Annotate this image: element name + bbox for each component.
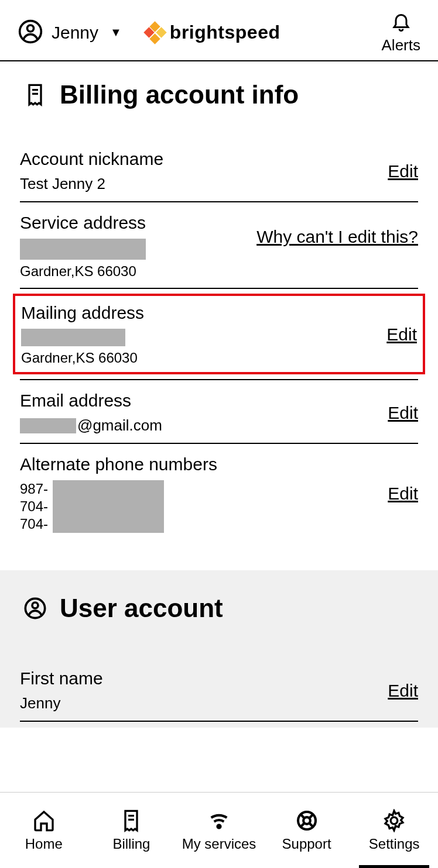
nav-settings[interactable]: Settings xyxy=(350,793,438,868)
alerts-button[interactable]: Alerts xyxy=(382,11,420,54)
user-avatar-icon xyxy=(18,19,43,47)
phones-redacted xyxy=(53,480,164,533)
chevron-down-icon: ▼ xyxy=(110,26,122,39)
user-name-label: Jenny xyxy=(52,23,98,43)
user-account-header: User account xyxy=(0,570,438,635)
phone-prefix-1: 987- xyxy=(20,480,48,498)
phones-label: Alternate phone numbers xyxy=(20,454,388,474)
nav-billing-label: Billing xyxy=(112,836,150,852)
user-account-title: User account xyxy=(60,594,223,623)
phone-prefix-2: 704- xyxy=(20,498,48,515)
nickname-edit-link[interactable]: Edit xyxy=(388,161,418,181)
bell-icon xyxy=(391,11,412,32)
user-menu[interactable]: Jenny ▼ xyxy=(18,19,122,47)
nickname-label: Account nickname xyxy=(20,149,388,169)
email-row: Email address @gmail.com Edit xyxy=(20,380,418,444)
mailing-address-redacted xyxy=(21,329,125,346)
mailing-address-row: Mailing address Gardner,KS 66030 Edit xyxy=(21,303,417,366)
phones-row: Alternate phone numbers 987- 704- 704- E… xyxy=(20,444,418,541)
nav-services-label: My services xyxy=(182,836,256,852)
svg-point-7 xyxy=(391,817,398,824)
wifi-icon xyxy=(207,809,231,832)
svg-point-6 xyxy=(303,817,310,824)
service-address-row: Service address Gardner,KS 66030 Why can… xyxy=(20,202,418,289)
mailing-address-highlight: Mailing address Gardner,KS 66030 Edit xyxy=(13,294,425,374)
phone-prefix-3: 704- xyxy=(20,515,48,533)
user-icon xyxy=(23,597,47,620)
nav-home[interactable]: Home xyxy=(0,793,88,868)
mailing-address-label: Mailing address xyxy=(21,303,386,323)
service-address-city: Gardner,KS 66030 xyxy=(20,263,256,280)
email-redacted xyxy=(20,418,76,433)
nav-billing[interactable]: Billing xyxy=(88,793,176,868)
top-bar: Jenny ▼ brightspeed Alerts xyxy=(0,0,438,61)
nav-services[interactable]: My services xyxy=(175,793,263,868)
mailing-address-city: Gardner,KS 66030 xyxy=(21,350,386,366)
home-icon xyxy=(32,809,56,832)
brand-logo[interactable]: brightspeed xyxy=(145,22,280,43)
mailing-edit-link[interactable]: Edit xyxy=(386,325,417,345)
nickname-value: Test Jenny 2 xyxy=(20,175,388,193)
billing-icon xyxy=(119,809,143,832)
nav-home-label: Home xyxy=(25,836,63,852)
service-address-redacted xyxy=(20,239,146,260)
phones-edit-link[interactable]: Edit xyxy=(388,484,418,504)
first-name-value: Jenny xyxy=(20,694,388,712)
email-label: Email address xyxy=(20,391,388,411)
phone-prefixes: 987- 704- 704- xyxy=(20,480,48,533)
first-name-row: First name Jenny Edit xyxy=(20,658,418,722)
email-suffix: @gmail.com xyxy=(77,416,162,435)
brand-mark-icon xyxy=(145,23,165,43)
bottom-nav: Home Billing My services Support Setting… xyxy=(0,792,438,868)
first-name-label: First name xyxy=(20,669,388,688)
content-area: Billing account info Account nickname Te… xyxy=(0,61,438,792)
nav-settings-label: Settings xyxy=(369,836,420,852)
email-edit-link[interactable]: Edit xyxy=(388,403,418,423)
user-account-section: User account First name Jenny Edit xyxy=(0,570,438,728)
service-address-label: Service address xyxy=(20,213,256,233)
service-address-why-link[interactable]: Why can't I edit this? xyxy=(256,227,418,247)
receipt-icon xyxy=(23,83,47,106)
svg-point-1 xyxy=(28,25,34,32)
svg-point-3 xyxy=(32,602,38,608)
support-icon xyxy=(295,809,319,832)
brand-name: brightspeed xyxy=(170,22,280,43)
svg-point-4 xyxy=(217,825,220,828)
gear-icon xyxy=(382,809,406,832)
billing-section-header: Billing account info xyxy=(0,61,438,121)
alerts-label: Alerts xyxy=(382,36,420,54)
nav-support[interactable]: Support xyxy=(263,793,351,868)
billing-title: Billing account info xyxy=(60,80,299,109)
nickname-row: Account nickname Test Jenny 2 Edit xyxy=(20,139,418,202)
first-name-edit-link[interactable]: Edit xyxy=(388,681,418,701)
nav-support-label: Support xyxy=(282,836,331,852)
